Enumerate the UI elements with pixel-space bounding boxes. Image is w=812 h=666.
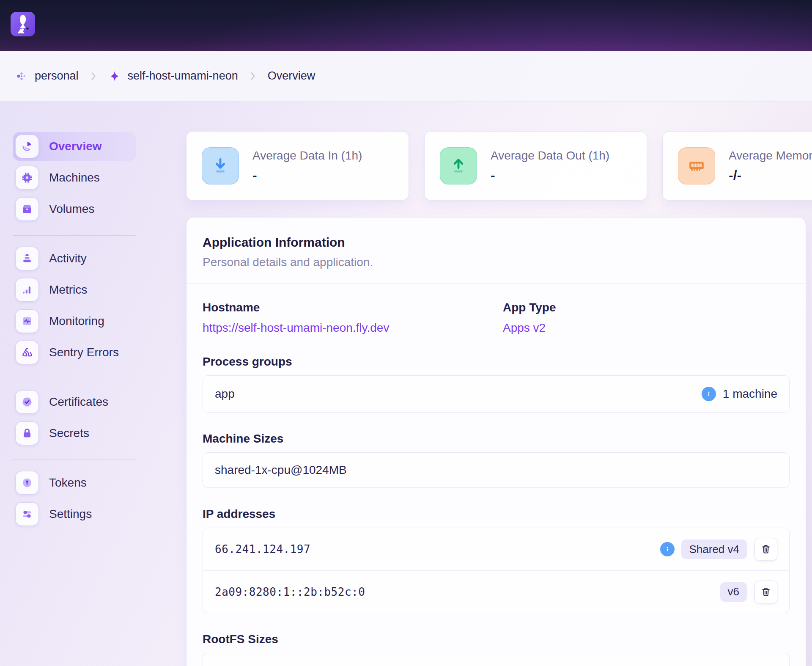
stat-title: Average Memory — [729, 149, 812, 162]
stacked-stones-icon — [15, 247, 39, 270]
sidebar-item-settings[interactable]: Settings — [13, 500, 136, 528]
sidebar-item-overview[interactable]: Overview — [13, 132, 136, 161]
stat-value: - — [252, 168, 362, 183]
rootfs-sizes-section: RootFS Sizes 171 MB 1 machine — [203, 633, 790, 666]
sidebar-divider — [13, 379, 136, 379]
ip-address: 2a09:8280:1::2b:b52c:0 — [215, 586, 365, 598]
rootfs-sizes-label: RootFS Sizes — [203, 633, 790, 645]
ip-row: 2a09:8280:1::2b:b52c:0 v6 — [203, 570, 789, 613]
cpu-chip-icon — [15, 166, 39, 190]
stats-row: Average Data In (1h) - Average Data Out … — [186, 131, 812, 201]
ip-addresses-section: IP addresses 66.241.124.197 Shared v4 — [203, 508, 790, 613]
sidebar-item-label: Activity — [49, 252, 87, 265]
breadcrumb-page-label: Overview — [268, 69, 315, 83]
sidebar-item-sentry-errors[interactable]: Sentry Errors — [13, 338, 136, 367]
hostname-label: Hostname — [203, 302, 503, 314]
app-card-header: Application Information Personal details… — [187, 217, 806, 284]
sidebar-item-label: Settings — [49, 507, 92, 521]
breadcrumb: personal self-host-umami-neon Overview — [0, 51, 812, 102]
breadcrumb-org-label: personal — [35, 69, 79, 83]
sidebar-item-certificates[interactable]: Certificates — [13, 388, 136, 416]
sidebar-item-label: Machines — [49, 171, 100, 184]
sidebar-item-label: Certificates — [49, 395, 108, 409]
sparkle-icon — [108, 70, 121, 83]
sidebar-divider — [13, 235, 136, 236]
sidebar-item-monitoring[interactable]: Monitoring — [13, 307, 136, 336]
machine-sizes-section: Machine Sizes shared-1x-cpu@1024MB — [203, 433, 790, 488]
machine-size-value: shared-1x-cpu@1024MB — [215, 463, 347, 477]
bar-chart-icon — [15, 278, 39, 302]
ip-addresses-label: IP addresses — [203, 508, 790, 520]
process-groups-section: Process groups app 1 machine — [203, 356, 790, 413]
stat-card-data-out: Average Data Out (1h) - — [424, 131, 647, 201]
app-type-label: App Type — [503, 302, 790, 314]
section-subtitle: Personal details and application. — [203, 256, 790, 268]
stat-card-memory: Average Memory -/- — [662, 131, 812, 201]
sidebar-item-activity[interactable]: Activity — [13, 244, 136, 273]
token-key-icon — [15, 471, 39, 495]
sidebar-item-label: Metrics — [49, 283, 87, 297]
ip-type-badge: Shared v4 — [681, 539, 747, 559]
section-title: Application Information — [203, 236, 790, 249]
breadcrumb-app-link[interactable]: self-host-umami-neon — [108, 69, 238, 83]
ip-address: 66.241.124.197 — [215, 543, 310, 556]
breadcrumb-org-link[interactable]: personal — [15, 69, 79, 83]
stat-value: -/- — [729, 168, 812, 183]
sidebar: Overview Machines Volumes — [13, 132, 136, 531]
ip-type-badge: v6 — [720, 582, 747, 602]
info-icon[interactable] — [702, 387, 716, 401]
lock-icon — [15, 421, 39, 445]
machine-sizes-label: Machine Sizes — [203, 433, 790, 445]
delete-ip-button[interactable] — [754, 538, 777, 561]
sliders-icon — [15, 502, 39, 526]
trash-icon — [760, 586, 771, 597]
stat-title: Average Data Out (1h) — [491, 149, 609, 162]
stat-value: - — [491, 168, 609, 183]
process-groups-label: Process groups — [203, 356, 790, 368]
hostname-link[interactable]: https://self-host-umami-neon.fly.dev — [203, 322, 389, 334]
chevron-right-icon — [247, 71, 258, 82]
package-box-icon — [15, 197, 39, 221]
upload-icon — [440, 147, 477, 184]
trash-icon — [760, 544, 771, 555]
app-type-link[interactable]: Apps v2 — [503, 322, 546, 334]
sidebar-item-machines[interactable]: Machines — [13, 163, 136, 192]
stat-title: Average Data In (1h) — [252, 149, 362, 162]
process-group-name: app — [215, 387, 235, 401]
stat-card-data-in: Average Data In (1h) - — [186, 131, 409, 201]
sidebar-item-label: Tokens — [49, 476, 87, 490]
ip-row: 66.241.124.197 Shared v4 — [203, 528, 789, 570]
breadcrumb-app-label: self-host-umami-neon — [128, 69, 238, 83]
sidebar-item-label: Secrets — [49, 427, 89, 440]
sidebar-item-tokens[interactable]: Tokens — [13, 468, 136, 497]
fly-logo-icon[interactable] — [11, 12, 35, 36]
sidebar-item-volumes[interactable]: Volumes — [13, 195, 136, 223]
overview-pie-icon — [15, 135, 39, 158]
sentry-logo-icon — [15, 341, 39, 364]
hostname-apptype-grid: Hostname https://self-host-umami-neon.fl… — [203, 302, 790, 334]
machine-count: 1 machine — [723, 387, 777, 401]
chevron-right-icon — [88, 71, 99, 82]
rootfs-row: 171 MB 1 machine — [203, 653, 789, 666]
badge-check-icon — [15, 390, 39, 414]
sidebar-divider — [13, 460, 136, 460]
sidebar-item-label: Sentry Errors — [49, 346, 119, 359]
process-group-row: app 1 machine — [203, 376, 789, 412]
info-icon[interactable] — [660, 542, 675, 556]
application-information-card: Application Information Personal details… — [186, 217, 806, 666]
sidebar-item-secrets[interactable]: Secrets — [13, 419, 136, 448]
delete-ip-button[interactable] — [754, 581, 777, 603]
memory-icon — [678, 147, 715, 184]
download-icon — [202, 147, 239, 184]
top-bar — [0, 0, 812, 51]
sidebar-item-metrics[interactable]: Metrics — [13, 275, 136, 304]
sidebar-item-label: Monitoring — [49, 314, 104, 328]
pulse-monitor-icon — [15, 309, 39, 333]
machine-size-row: shared-1x-cpu@1024MB — [203, 453, 789, 487]
sidebar-item-label: Overview — [49, 140, 102, 153]
org-dots-icon — [15, 70, 28, 83]
sidebar-item-label: Volumes — [49, 202, 94, 216]
